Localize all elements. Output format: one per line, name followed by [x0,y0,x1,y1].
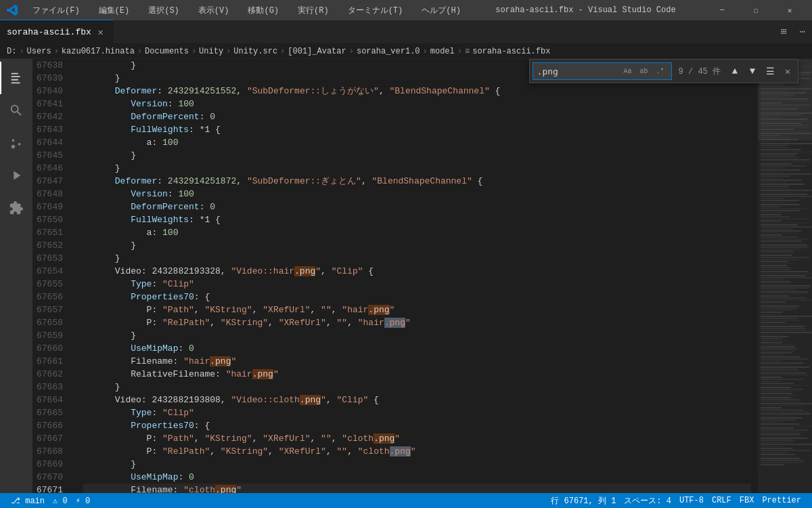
code-line-67651: a: 100 [83,226,751,239]
breadcrumb-user[interactable]: kazu0617.hinata [62,47,135,56]
code-line-67661: Filename: "hair.png" [83,355,751,368]
minimap [758,59,812,493]
status-branch[interactable]: ⎇ main [7,496,49,506]
activity-search[interactable] [0,94,32,127]
extensions-icon [9,200,24,215]
tab-actions: ⊞ ⋯ [774,20,812,43]
search-next-button[interactable]: ▼ [745,64,760,79]
breadcrumb-icon: ≡ [465,47,470,56]
code-line-67662: RelativeFilename: "hair.png" [83,368,751,381]
status-bar-right: 行 67671, 列 1 スペース: 4 UTF-8 CRLF FBX Pret… [547,495,805,507]
code-line-67658: P: "RelPath", "KString", "XRefUrl", "", … [83,316,751,329]
code-line-67647: Deformer: 2432914251872, "SubDeformer::ぎ… [83,175,751,188]
code-line-67657: P: "Path", "KString", "XRefUrl", "", "ha… [83,303,751,316]
search-close-button[interactable]: ✕ [780,64,795,79]
tab-label: soraha-ascii.fbx [7,27,91,37]
title-bar-center: soraha-ascii.fbx - Visual Studio Code [495,5,675,15]
code-line-67671: Filename: "cloth.png" [83,484,751,493]
menu-run[interactable]: 実行(R) [294,3,333,18]
status-indent[interactable]: スペース: 4 [620,495,675,507]
breadcrumb-version[interactable]: soraha_ver1.0 [357,47,420,56]
activity-run-debug[interactable] [0,159,32,192]
activity-extensions[interactable] [0,192,32,224]
minimize-button[interactable]: ─ [706,0,738,20]
search-input[interactable] [537,66,618,77]
main-area: Aa ab .* 9 / 45 件 ▲ ▼ ☰ ✕ 67638676396764… [0,59,812,493]
search-options-button[interactable]: ☰ [763,64,777,79]
menu-file[interactable]: ファイル(F) [28,3,84,18]
status-language[interactable]: FBX [736,496,759,505]
code-line-67648: Version: 100 [83,188,751,200]
code-line-67642: DeformPercent: 0 [83,110,751,123]
code-line-67664: Video: 2432882193808, "Video::cloth.png"… [83,394,751,406]
menu-go[interactable]: 移動(G) [244,3,283,18]
search-count: 9 / 45 件 [675,66,725,77]
code-line-67646: } [83,162,751,175]
menu-edit[interactable]: 編集(E) [95,3,134,18]
activity-explorer[interactable] [0,62,32,94]
menu-view[interactable]: 表示(V) [194,3,233,18]
breadcrumb-drive[interactable]: D: [7,47,16,56]
menu-terminal[interactable]: ターミナル(T) [344,3,407,18]
search-icon [9,103,24,118]
match-case-button[interactable]: Aa [621,64,635,78]
status-bar: ⎇ main ⚠ 0 ⚡ 0 行 67671, 列 1 スペース: 4 UTF-… [0,493,812,508]
status-position[interactable]: 行 67671, 列 1 [547,495,620,507]
search-prev-button[interactable]: ▲ [727,64,742,79]
search-input-container: Aa ab .* [533,62,672,80]
code-line-67670: UseMipMap: 0 [83,471,751,484]
code-line-67663: } [83,381,751,394]
code-line-67669: } [83,458,751,471]
title-bar-left: ファイル(F) 編集(E) 選択(S) 表示(V) 移動(G) 実行(R) ター… [7,3,465,18]
code-line-67644: a: 100 [83,136,751,149]
code-content[interactable]: } } Deformer: 2432914251552, "SubDeforme… [76,59,758,493]
status-errors[interactable]: ⚠ 0 [49,496,72,506]
close-button[interactable]: ✕ [774,0,805,20]
run-icon [9,168,24,183]
title-bar-right: ─ ☐ ✕ [706,0,805,20]
code-line-67654: Video: 2432882193328, "Video::hair.png",… [83,265,751,278]
breadcrumb-unity[interactable]: Unity [199,47,223,56]
title-bar: ファイル(F) 編集(E) 選択(S) 表示(V) 移動(G) 実行(R) ター… [0,0,812,20]
menu-select[interactable]: 選択(S) [144,3,183,18]
code-line-67659: } [83,329,751,342]
code-line-67667: P: "Path", "KString", "XRefUrl", "", "cl… [83,432,751,445]
breadcrumb-model[interactable]: model [430,47,455,56]
split-editor-button[interactable]: ⊞ [774,20,793,43]
status-bar-left: ⎇ main ⚠ 0 ⚡ 0 [7,496,94,506]
search-widget: Aa ab .* 9 / 45 件 ▲ ▼ ☰ ✕ [529,59,798,83]
breadcrumb-avatar[interactable]: [001]_Avatar [288,47,346,56]
breadcrumb: D: › Users › kazu0617.hinata › Documents… [0,44,812,59]
explorer-icon [9,70,24,85]
breadcrumb-users[interactable]: Users [27,47,51,56]
code-line-67655: Type: "Clip" [83,278,751,291]
code-line-67652: } [83,239,751,252]
whole-word-button[interactable]: ab [637,64,651,78]
line-numbers: 6763867639676406764167642676436764467645… [32,59,76,493]
activity-bar [0,59,32,493]
status-encoding[interactable]: UTF-8 [675,496,708,505]
code-line-67643: FullWeights: *1 { [83,123,751,136]
regex-button[interactable]: .* [654,64,667,78]
status-eol[interactable]: CRLF [708,496,736,505]
menu-help[interactable]: ヘルプ(H) [418,3,465,18]
tab-close-icon[interactable]: ✕ [95,26,106,37]
status-formatter[interactable]: Prettier [758,496,805,505]
code-line-67649: DeformPercent: 0 [83,200,751,213]
editor-area: Aa ab .* 9 / 45 件 ▲ ▼ ☰ ✕ 67638676396764… [32,59,812,493]
code-line-67665: Type: "Clip" [83,406,751,419]
status-warnings[interactable]: ⚡ 0 [72,496,95,506]
breadcrumb-filename: soraha-ascii.fbx [472,47,550,56]
more-actions-button[interactable]: ⋯ [793,20,812,43]
code-line-67641: Version: 100 [83,98,751,110]
breadcrumb-unity-src[interactable]: Unity.src [233,47,277,56]
code-line-67640: Deformer: 2432914251552, "SubDeformer::し… [83,85,751,98]
code-editor: 6763867639676406764167642676436764467645… [32,59,812,493]
code-line-67666: Properties70: { [83,419,751,432]
tab-soraha-ascii[interactable]: soraha-ascii.fbx ✕ [0,20,114,43]
maximize-button[interactable]: ☐ [740,0,771,20]
code-line-67645: } [83,149,751,162]
breadcrumb-documents[interactable]: Documents [145,47,189,56]
activity-source-control[interactable] [0,127,32,159]
code-line-67656: Properties70: { [83,291,751,303]
